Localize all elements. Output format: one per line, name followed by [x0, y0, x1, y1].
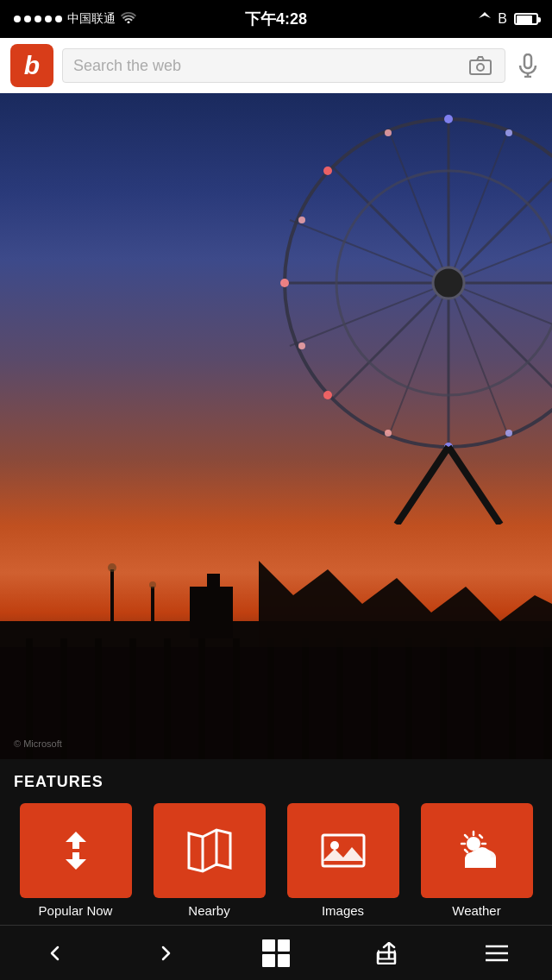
- hero-image: © Microsoft: [0, 93, 552, 759]
- svg-point-55: [149, 581, 156, 588]
- svg-rect-51: [543, 638, 550, 759]
- forward-button[interactable]: [140, 934, 191, 972]
- weather-icon: [451, 825, 503, 876]
- signal-dot-2: [24, 16, 31, 22]
- search-placeholder: Search the web: [73, 57, 467, 75]
- svg-rect-34: [0, 638, 552, 759]
- svg-rect-60: [323, 835, 364, 866]
- svg-line-70: [465, 850, 467, 852]
- svg-rect-39: [129, 638, 136, 759]
- weather-icon-box: [421, 803, 533, 898]
- svg-point-31: [385, 430, 392, 437]
- svg-rect-54: [151, 587, 154, 630]
- svg-rect-74: [465, 858, 496, 868]
- svg-rect-52: [110, 569, 114, 630]
- status-bar: 中国联通 下午4:28 B: [0, 0, 552, 38]
- signal-dot-5: [55, 16, 62, 22]
- svg-line-32: [397, 447, 448, 525]
- svg-point-23: [323, 166, 332, 175]
- status-left: 中国联通: [14, 11, 136, 27]
- bluetooth-icon: B: [498, 11, 507, 27]
- grid-icon: [262, 939, 290, 967]
- svg-rect-40: [164, 638, 171, 759]
- grid-button[interactable]: [250, 934, 302, 972]
- svg-point-61: [330, 841, 339, 850]
- status-right: B: [479, 11, 538, 27]
- signal-dot-4: [45, 16, 52, 22]
- bing-logo[interactable]: b: [10, 44, 53, 87]
- svg-rect-38: [95, 638, 102, 759]
- svg-point-21: [323, 391, 332, 399]
- svg-rect-45: [336, 638, 343, 759]
- svg-point-29: [298, 342, 305, 349]
- svg-line-67: [465, 835, 467, 838]
- svg-rect-46: [371, 638, 378, 759]
- svg-rect-76: [378, 952, 395, 964]
- battery-icon: [514, 13, 538, 25]
- feature-popular-now[interactable]: Popular Now: [14, 803, 137, 918]
- grid-cell-1: [262, 939, 275, 952]
- svg-point-30: [505, 430, 512, 437]
- svg-rect-57: [207, 574, 220, 591]
- svg-point-53: [108, 563, 116, 572]
- svg-point-22: [280, 279, 289, 287]
- map-icon: [184, 825, 235, 876]
- nearby-label: Nearby: [188, 903, 229, 918]
- copyright-text: © Microsoft: [14, 738, 62, 749]
- svg-point-16: [444, 115, 453, 123]
- share-button[interactable]: [361, 934, 412, 972]
- search-input-wrapper[interactable]: Search the web: [62, 48, 505, 83]
- menu-button[interactable]: [471, 934, 523, 972]
- clock: 下午4:28: [245, 9, 307, 29]
- grid-cell-3: [262, 954, 275, 967]
- location-icon: [479, 12, 491, 27]
- image-icon: [317, 825, 369, 876]
- svg-line-33: [448, 447, 500, 525]
- back-button[interactable]: [29, 934, 81, 972]
- arrows-icon: [50, 825, 102, 876]
- nearby-icon-box: [154, 803, 266, 898]
- svg-rect-41: [198, 638, 205, 759]
- feature-nearby[interactable]: Nearby: [147, 803, 271, 918]
- svg-point-27: [298, 217, 305, 223]
- svg-rect-43: [267, 638, 274, 759]
- bottom-nav: [0, 925, 552, 980]
- weather-label: Weather: [452, 903, 500, 918]
- features-grid: Popular Now Nearby: [14, 803, 538, 918]
- wifi-icon: [121, 11, 136, 27]
- svg-rect-49: [474, 638, 481, 759]
- svg-rect-2: [524, 54, 531, 68]
- bing-logo-letter: b: [24, 53, 40, 79]
- svg-rect-48: [440, 638, 447, 759]
- images-label: Images: [322, 903, 364, 918]
- signal-dot-1: [14, 16, 21, 22]
- grid-cell-4: [278, 954, 291, 967]
- carrier-name: 中国联通: [67, 11, 116, 27]
- svg-rect-47: [405, 638, 412, 759]
- svg-point-24: [505, 129, 512, 136]
- svg-rect-44: [302, 638, 309, 759]
- pier-silhouette: [0, 518, 552, 759]
- search-bar: b Search the web: [0, 38, 552, 93]
- features-section: FEATURES Popular Now: [0, 759, 552, 925]
- signal-dot-3: [34, 16, 41, 22]
- svg-point-25: [385, 129, 392, 136]
- ferris-wheel: [242, 110, 552, 525]
- svg-point-1: [477, 64, 484, 71]
- svg-rect-56: [190, 587, 233, 638]
- grid-cell-2: [278, 939, 291, 952]
- camera-icon[interactable]: [467, 53, 494, 78]
- images-icon-box: [287, 803, 399, 898]
- svg-line-69: [480, 835, 482, 838]
- feature-weather[interactable]: Weather: [415, 803, 538, 918]
- feature-images[interactable]: Images: [281, 803, 405, 918]
- svg-rect-42: [233, 638, 240, 759]
- svg-point-15: [433, 267, 464, 298]
- svg-rect-0: [470, 60, 491, 74]
- features-label: FEATURES: [14, 773, 538, 791]
- popular-now-icon-box: [20, 803, 132, 898]
- popular-now-label: Popular Now: [39, 903, 113, 918]
- signal-dots: [14, 16, 62, 22]
- svg-rect-50: [509, 638, 516, 759]
- microphone-icon[interactable]: [514, 52, 542, 79]
